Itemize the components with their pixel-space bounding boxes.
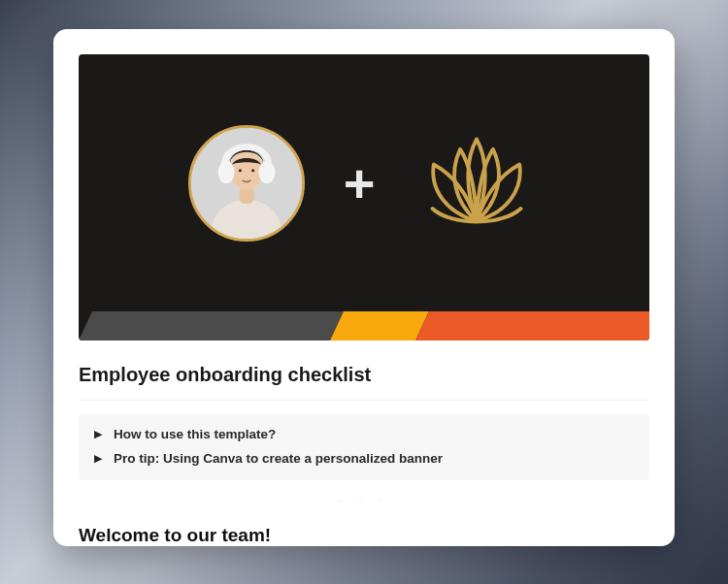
toggle-label: Pro tip: Using Canva to create a persona… — [114, 451, 443, 466]
banner-image: + — [79, 54, 649, 341]
plus-icon: + — [344, 156, 376, 211]
page-title: Employee onboarding checklist — [79, 364, 649, 401]
help-callout: ▶ How to use this template? ▶ Pro tip: U… — [79, 414, 649, 480]
svg-point-4 — [258, 161, 275, 183]
caret-right-icon: ▶ — [92, 429, 104, 439]
stripe-yellow — [330, 311, 429, 341]
svg-point-6 — [251, 169, 254, 172]
avatar — [188, 125, 305, 242]
section-heading-welcome: Welcome to our team! — [79, 525, 649, 546]
caret-right-icon: ▶ — [92, 453, 104, 464]
company-logo-icon — [414, 120, 540, 246]
stripe-orange — [415, 311, 649, 341]
svg-point-3 — [217, 161, 234, 183]
svg-point-2 — [230, 150, 263, 189]
banner-stripes — [79, 311, 649, 341]
toggle-pro-tip[interactable]: ▶ Pro tip: Using Canva to create a perso… — [88, 446, 640, 470]
section-divider-dots: . . . — [79, 494, 649, 503]
document-page: + — [53, 29, 675, 546]
banner-content: + — [79, 54, 649, 311]
avatar-illustration — [191, 128, 302, 239]
stripe-dark — [79, 311, 344, 341]
toggle-how-to-use[interactable]: ▶ How to use this template? — [88, 422, 640, 446]
toggle-label: How to use this template? — [114, 427, 276, 441]
svg-point-5 — [238, 169, 241, 172]
